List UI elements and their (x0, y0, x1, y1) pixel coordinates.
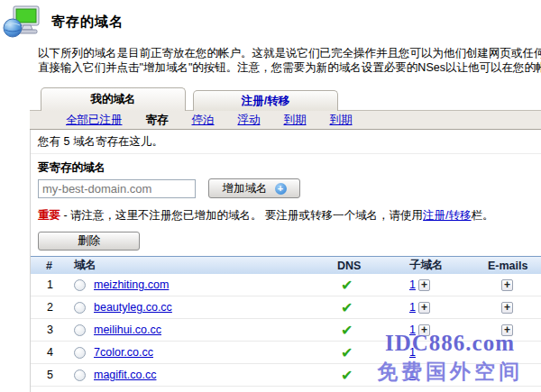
add-domain-button-label: 增加域名 (223, 181, 268, 196)
warning-text: - 请注意，这里不注册您已增加的域名。 要注册或转移一个域名，请使用 (60, 209, 423, 222)
intro-line-2: 直接输入它们并点击"增加域名"的按钮。注意，您需要为新的域名设置必要的NSes以… (38, 60, 541, 75)
tab-my-domains[interactable]: 我的域名 (41, 87, 186, 111)
dns-ok-icon: ✔ (337, 323, 353, 338)
subnav-floating[interactable]: 浮动 (238, 113, 261, 128)
subdomain-expand-icon[interactable]: + (418, 279, 430, 291)
domain-link[interactable]: meizhiting.com (94, 278, 169, 291)
col-header-subdomains: 子域名 (409, 258, 488, 273)
radio-button[interactable] (74, 369, 86, 381)
subdomain-count-link[interactable]: 1 (409, 346, 416, 359)
page-title: 寄存的域名 (51, 14, 124, 31)
subnav-parking[interactable]: 停泊 (192, 113, 215, 128)
row-number: 1 (31, 278, 74, 291)
col-header-emails: E-mails (488, 260, 541, 272)
emails-expand-icon[interactable]: + (501, 279, 513, 291)
warning-note: 重要 - 请注意，这里不注册您已增加的域名。 要注册或转移一个域名，请使用注册/… (38, 208, 541, 223)
add-domain-button[interactable]: 增加域名 + (208, 178, 300, 198)
park-domain-label: 要寄存的域名 (38, 160, 541, 176)
table-row: 1 meizhiting.com ✔ 1 + + (31, 274, 541, 296)
subdomain-count-link[interactable]: 1 (409, 369, 416, 381)
table-row: 4 7color.co.cc ✔ 1 (31, 342, 541, 364)
row-number: 4 (31, 346, 74, 359)
delete-button-top[interactable]: 删除 (38, 232, 140, 251)
tab-bar: 我的域名 注册/转移 (41, 87, 541, 111)
park-domain-form: 增加域名 + (38, 178, 541, 198)
subnav-expired-2[interactable]: 到期 (330, 113, 353, 128)
domain-link[interactable]: beautyleg.co.cc (94, 301, 172, 314)
dns-ok-icon: ✔ (337, 300, 353, 315)
radio-button[interactable] (74, 302, 86, 314)
subdomain-count-link[interactable]: 1 (409, 301, 416, 314)
add-plus-icon: + (275, 183, 287, 195)
warning-text-suffix: 栏。 (472, 209, 494, 222)
dns-ok-icon: ✔ (337, 368, 353, 383)
radio-button[interactable] (74, 279, 86, 291)
subnav-all-registered[interactable]: 全部已注册 (66, 113, 123, 128)
col-header-number: # (31, 260, 74, 272)
table-header-row: # 域名 DNS 子域名 E-mails (31, 256, 541, 274)
domain-count-summary: 您有 5 域名寄存在这儿。 (31, 130, 541, 154)
parked-domains-icon (3, 5, 41, 38)
col-header-dns: DNS (337, 260, 409, 272)
subdomain-count-link[interactable]: 1 (409, 324, 416, 336)
col-header-domain: 域名 (74, 258, 337, 273)
subnav-bar: 全部已注册 寄存 停泊 浮动 到期 到期 (30, 110, 541, 130)
emails-expand-icon[interactable]: + (501, 324, 513, 336)
intro-text: 以下所列的域名是目前正寄放在您的帐户。这就是说它们已完全操作并且您可以为他们创建… (38, 46, 541, 75)
radio-button[interactable] (74, 347, 86, 359)
row-number: 2 (31, 301, 74, 314)
table-row: 2 beautyleg.co.cc ✔ 1 + + (31, 296, 541, 319)
subdomain-expand-icon[interactable]: + (418, 302, 430, 314)
row-number: 3 (31, 324, 74, 336)
page-header: 寄存的域名 (0, 0, 541, 40)
domain-link[interactable]: meilihui.co.cc (94, 324, 161, 336)
dns-ok-icon: ✔ (337, 278, 353, 293)
table-row: 3 meilihui.co.cc ✔ 1 + + (31, 319, 541, 342)
content-area: 您有 5 域名寄存在这儿。 要寄存的域名 增加域名 + 重要 - 请注意，这里不… (30, 130, 541, 392)
table-row: 5 magifit.co.cc ✔ 1 (31, 364, 541, 387)
intro-line-1: 以下所列的域名是目前正寄放在您的帐户。这就是说它们已完全操作并且您可以为他们创建… (38, 46, 541, 60)
domain-link[interactable]: 7color.co.cc (94, 346, 153, 359)
warning-important-label: 重要 (38, 209, 60, 222)
subdomain-count-link[interactable]: 1 (409, 278, 416, 291)
radio-button[interactable] (74, 324, 86, 336)
dns-ok-icon: ✔ (337, 345, 353, 360)
emails-expand-icon[interactable]: + (501, 302, 513, 314)
row-number: 5 (31, 369, 74, 381)
subnav-parked-current: 寄存 (146, 113, 169, 128)
subdomain-expand-icon[interactable]: + (418, 324, 430, 336)
tab-register-transfer[interactable]: 注册/转移 (193, 90, 338, 111)
subnav-expired-1[interactable]: 到期 (284, 113, 307, 128)
register-transfer-link[interactable]: 注册/转移 (423, 209, 471, 222)
domain-link[interactable]: magifit.co.cc (94, 369, 156, 381)
domain-input[interactable] (38, 179, 196, 198)
